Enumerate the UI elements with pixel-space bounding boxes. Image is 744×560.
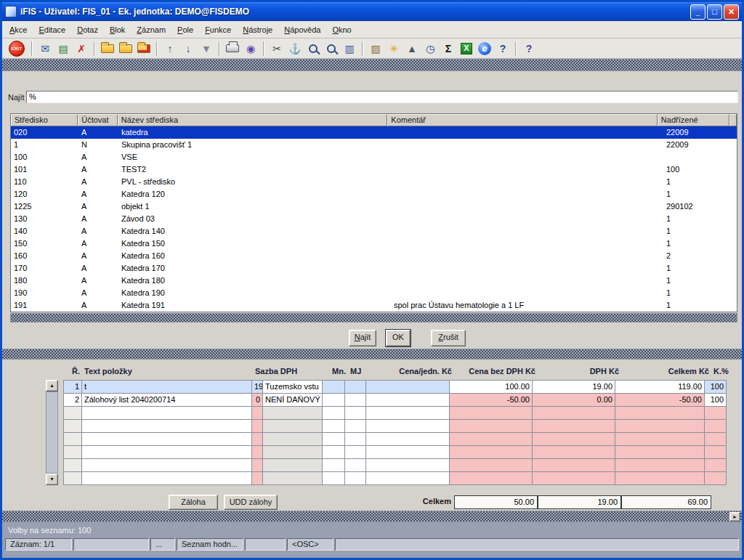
mail-icon[interactable]: ✉	[36, 41, 54, 57]
item-cell[interactable]: 0	[251, 393, 263, 407]
close-button[interactable]: ✕	[724, 4, 739, 20]
table-row[interactable]: 170AKatedra 1701	[11, 262, 737, 275]
item-cell[interactable]	[251, 419, 263, 433]
udd-zalohy-button[interactable]: UDD zálohy	[224, 495, 278, 510]
table-row[interactable]: 130AZávod 031	[11, 213, 737, 225]
menu-item-7[interactable]: Nástroje	[237, 23, 278, 37]
item-cell[interactable]	[344, 445, 366, 459]
item-cell[interactable]	[615, 471, 705, 485]
item-cell[interactable]	[365, 432, 450, 446]
sum-icon[interactable]: Σ	[440, 41, 457, 57]
item-cell[interactable]	[449, 432, 533, 446]
item-cell[interactable]	[365, 458, 450, 472]
table-row[interactable]: 150AKatedra 1501	[11, 238, 737, 250]
item-cell[interactable]	[344, 471, 366, 485]
item-cell[interactable]	[704, 471, 727, 485]
item-cell[interactable]	[532, 458, 615, 472]
table-row[interactable]: 190AKatedra 1901	[11, 287, 737, 299]
item-row[interactable]	[63, 459, 727, 472]
mountain-icon[interactable]: ▲	[403, 41, 421, 57]
table-row[interactable]: 1NSkupina pracovišť 122009	[11, 139, 737, 151]
item-cell[interactable]	[365, 445, 450, 459]
item-cell[interactable]	[449, 445, 533, 459]
folder-import-icon[interactable]	[135, 41, 153, 57]
item-cell[interactable]: 19.00	[532, 380, 615, 394]
item-cell[interactable]	[532, 419, 615, 433]
item-cell[interactable]	[262, 471, 323, 485]
item-cell[interactable]	[262, 458, 323, 472]
item-cell[interactable]	[251, 458, 263, 472]
item-cell[interactable]	[251, 406, 263, 420]
item-cell[interactable]	[81, 458, 252, 472]
anchor-icon[interactable]: ⚓	[286, 41, 304, 57]
table-row[interactable]: 140AKatedra 1401	[11, 225, 737, 238]
column-header[interactable]: Nadřízené	[658, 114, 729, 126]
columns-icon[interactable]: ▥	[341, 41, 358, 57]
item-cell[interactable]: 119.00	[615, 380, 705, 394]
item-cell[interactable]	[262, 419, 323, 433]
folder-prev-icon[interactable]	[117, 41, 134, 57]
item-cell[interactable]	[344, 419, 366, 433]
item-row[interactable]	[63, 420, 727, 433]
column-header[interactable]: Název střediska	[118, 114, 388, 126]
table-horizontal-scrollbar[interactable]	[10, 313, 737, 322]
item-cell[interactable]: 100	[704, 380, 727, 394]
item-cell[interactable]	[704, 419, 727, 433]
item-cell[interactable]	[615, 406, 705, 420]
najit-button[interactable]: Najít	[349, 330, 376, 346]
item-cell[interactable]	[365, 419, 450, 433]
menu-item-0[interactable]: Akce	[4, 23, 33, 37]
menu-item-4[interactable]: Záznam	[131, 23, 171, 37]
item-cell[interactable]	[344, 380, 366, 394]
minimize-button[interactable]: _	[690, 4, 705, 20]
sort-desc-icon[interactable]: ↓	[179, 41, 197, 57]
item-cell[interactable]	[63, 406, 82, 420]
item-cell[interactable]	[615, 432, 705, 446]
item-cell[interactable]	[63, 419, 82, 433]
item-row[interactable]	[63, 433, 727, 446]
item-cell[interactable]	[262, 406, 323, 420]
item-cell[interactable]	[81, 406, 252, 420]
item-cell[interactable]: -50.00	[615, 393, 705, 407]
table-row[interactable]: 100AVSE	[11, 151, 737, 163]
table-row[interactable]: 191AKatedra 191spol prac Ústavu hematolo…	[11, 299, 737, 312]
item-cell[interactable]: 1	[63, 380, 82, 394]
ok-button[interactable]: OK	[386, 330, 411, 346]
item-cell[interactable]	[322, 458, 345, 472]
item-cell[interactable]	[615, 419, 705, 433]
item-cell[interactable]	[63, 432, 82, 446]
item-cell[interactable]	[63, 471, 82, 485]
item-cell[interactable]	[262, 445, 323, 459]
item-cell[interactable]	[63, 445, 82, 459]
item-cell[interactable]	[532, 471, 615, 485]
scroll-down-button[interactable]: ▼	[46, 474, 58, 485]
menu-item-9[interactable]: Okno	[326, 23, 357, 37]
item-cell[interactable]	[63, 458, 82, 472]
item-cell[interactable]	[344, 432, 366, 446]
item-cell[interactable]	[449, 471, 533, 485]
zoom-icon[interactable]	[304, 41, 322, 57]
table-row[interactable]: 1225Aobjekt 1290102	[11, 200, 737, 213]
table-row[interactable]: 180AKatedra 1801	[11, 275, 737, 287]
item-cell[interactable]	[449, 406, 533, 420]
item-cell[interactable]	[365, 380, 450, 394]
item-cell[interactable]: 0.00	[532, 393, 615, 407]
item-cell[interactable]	[322, 432, 345, 446]
item-cell[interactable]	[615, 458, 705, 472]
excel-icon[interactable]: X	[458, 41, 475, 57]
zrusit-button[interactable]: Zrušit	[431, 330, 466, 346]
item-cell[interactable]: 100	[704, 393, 727, 407]
print-icon[interactable]	[224, 41, 241, 57]
item-cell[interactable]: Zálohový list 2040200714	[81, 393, 252, 407]
item-cell[interactable]	[365, 471, 450, 485]
item-cell[interactable]	[322, 406, 345, 420]
item-cell[interactable]: -50.00	[449, 393, 533, 407]
item-cell[interactable]: t	[81, 380, 252, 394]
item-cell[interactable]	[704, 445, 727, 459]
item-cell[interactable]	[704, 458, 727, 472]
folder-open-icon[interactable]	[99, 41, 116, 57]
menu-item-3[interactable]: Blok	[104, 23, 131, 37]
item-cell[interactable]	[344, 406, 366, 420]
item-cell[interactable]	[322, 471, 345, 485]
item-cell[interactable]	[704, 406, 727, 420]
